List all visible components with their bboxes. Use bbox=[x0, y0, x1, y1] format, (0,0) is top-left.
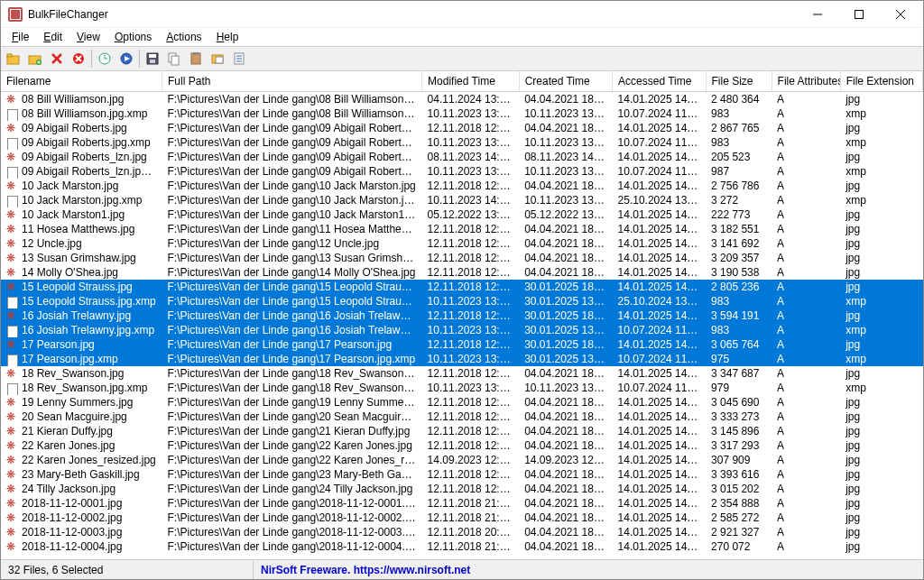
table-row[interactable]: 22 Karen Jones_resized.jpgF:\Pictures\Va… bbox=[1, 453, 923, 467]
remove-icon[interactable] bbox=[48, 50, 66, 68]
paste-icon[interactable] bbox=[187, 50, 205, 68]
table-row[interactable]: 2018-11-12-0004.jpgF:\Pictures\Van der L… bbox=[1, 539, 923, 554]
file-icon bbox=[6, 167, 19, 178]
maximize-button[interactable] bbox=[838, 1, 880, 28]
table-row[interactable]: 2018-11-12-0002.jpgF:\Pictures\Van der L… bbox=[1, 511, 923, 525]
time-icon[interactable] bbox=[96, 50, 114, 68]
cell-attrs: A bbox=[772, 337, 840, 352]
cell-created: 04.04.2021 18:35:51 bbox=[519, 92, 612, 107]
menu-options[interactable]: Options bbox=[107, 29, 159, 45]
table-row[interactable]: 22 Karen Jones.jpgF:\Pictures\Van der Li… bbox=[1, 438, 923, 453]
table-row[interactable]: 19 Lenny Summers.jpgF:\Pictures\Van der … bbox=[1, 395, 923, 410]
cell-ext: jpg bbox=[840, 410, 922, 424]
col-size[interactable]: File Size bbox=[706, 71, 772, 92]
execute-icon[interactable] bbox=[117, 50, 135, 68]
table-row[interactable]: 09 Abigail Roberts_lzn.jpg.xmpF:\Picture… bbox=[1, 164, 923, 179]
cell-accessed: 14.01.2025 14:27:47 bbox=[613, 222, 706, 236]
table-row[interactable]: 09 Abigail Roberts.jpgF:\Pictures\Van de… bbox=[1, 121, 923, 135]
properties-icon[interactable] bbox=[230, 50, 248, 68]
table-row[interactable]: 10 Jack Marston.jpg.xmpF:\Pictures\Van d… bbox=[1, 193, 923, 207]
clear-icon[interactable] bbox=[69, 50, 88, 68]
cell-created: 04.04.2021 18:35:52 bbox=[519, 395, 612, 410]
table-row[interactable]: 09 Abigail Roberts.jpg.xmpF:\Pictures\Va… bbox=[1, 135, 923, 150]
cell-size: 3 272 bbox=[706, 193, 772, 207]
cell-modified: 12.11.2018 12:30:52 bbox=[422, 410, 520, 424]
cell-size: 979 bbox=[706, 381, 772, 395]
table-row[interactable]: 2018-11-12-0003.jpgF:\Pictures\Van der L… bbox=[1, 525, 923, 539]
cell-path: F:\Pictures\Van der Linde gang\10 Jack M… bbox=[162, 207, 422, 222]
file-icon bbox=[6, 124, 19, 134]
file-icon bbox=[6, 95, 19, 106]
table-row[interactable]: 17 Pearson.jpg.xmpF:\Pictures\Van der Li… bbox=[1, 352, 923, 366]
table-row[interactable]: 18 Rev_Swanson.jpg.xmpF:\Pictures\Van de… bbox=[1, 381, 923, 395]
file-icon bbox=[6, 268, 19, 279]
cell-attrs: A bbox=[772, 207, 840, 222]
table-row[interactable]: 15 Leopold Strauss.jpg.xmpF:\Pictures\Va… bbox=[1, 294, 923, 308]
table-row[interactable]: 15 Leopold Strauss.jpgF:\Pictures\Van de… bbox=[1, 280, 923, 294]
col-created[interactable]: Created Time bbox=[519, 71, 612, 92]
table-row[interactable]: 2018-11-12-0001.jpgF:\Pictures\Van der L… bbox=[1, 496, 923, 511]
cell-modified: 12.11.2018 12:31:46 bbox=[422, 438, 520, 453]
cell-path: F:\Pictures\Van der Linde gang\10 Jack M… bbox=[162, 179, 422, 193]
cell-created: 30.01.2025 13:41:04 bbox=[519, 294, 612, 308]
col-accessed[interactable]: Accessed Time bbox=[613, 71, 706, 92]
add-folder-icon[interactable] bbox=[26, 50, 44, 68]
table-row[interactable]: 10 Jack Marston1.jpgF:\Pictures\Van der … bbox=[1, 207, 923, 222]
table-row[interactable]: 13 Susan Grimshaw.jpgF:\Pictures\Van der… bbox=[1, 251, 923, 265]
cell-modified: 10.11.2023 13:41:04 bbox=[422, 323, 520, 337]
cell-modified: 14.09.2023 12:17:03 bbox=[422, 453, 520, 467]
menu-help[interactable]: Help bbox=[209, 29, 246, 45]
cell-filename: 21 Kieran Duffy.jpg bbox=[1, 424, 162, 438]
cell-ext: jpg bbox=[840, 92, 922, 107]
table-row[interactable]: 08 Bill Williamson.jpgF:\Pictures\Van de… bbox=[1, 92, 923, 107]
table-row[interactable]: 23 Mary-Beth Gaskill.jpgF:\Pictures\Van … bbox=[1, 467, 923, 482]
col-attrs[interactable]: File Attributes bbox=[772, 71, 840, 92]
menu-view[interactable]: View bbox=[69, 29, 107, 45]
file-icon bbox=[6, 253, 19, 264]
col-fullpath[interactable]: Full Path bbox=[162, 71, 422, 92]
save-icon[interactable] bbox=[143, 50, 162, 68]
table-row[interactable]: 12 Uncle.jpgF:\Pictures\Van der Linde ga… bbox=[1, 236, 923, 251]
cell-created: 04.04.2021 18:35:52 bbox=[519, 179, 612, 193]
file-icon bbox=[6, 210, 19, 221]
cell-path: F:\Pictures\Van der Linde gang\19 Lenny … bbox=[162, 395, 422, 410]
window-title: BulkFileChanger bbox=[28, 8, 797, 21]
col-filename[interactable]: Filename bbox=[1, 71, 162, 92]
menu-file[interactable]: File bbox=[5, 29, 36, 45]
table-row[interactable]: 08 Bill Williamson.jpg.xmpF:\Pictures\Va… bbox=[1, 106, 923, 121]
cell-size: 3 333 273 bbox=[706, 410, 772, 424]
table-row[interactable]: 18 Rev_Swanson.jpgF:\Pictures\Van der Li… bbox=[1, 366, 923, 381]
table-row[interactable]: 20 Sean Macguire.jpgF:\Pictures\Van der … bbox=[1, 410, 923, 424]
explorer-icon[interactable] bbox=[208, 50, 226, 68]
file-table-wrap[interactable]: Filename Full Path Modified Time Created… bbox=[1, 71, 923, 559]
close-button[interactable] bbox=[880, 1, 921, 28]
cell-size: 3 015 202 bbox=[706, 482, 772, 496]
cell-created: 04.04.2021 18:35:52 bbox=[519, 496, 612, 511]
table-row[interactable]: 14 Molly O'Shea.jpgF:\Pictures\Van der L… bbox=[1, 265, 923, 280]
minimize-button[interactable] bbox=[797, 1, 838, 28]
col-modified[interactable]: Modified Time bbox=[422, 71, 520, 92]
add-files-icon[interactable] bbox=[5, 50, 23, 68]
table-row[interactable]: 10 Jack Marston.jpgF:\Pictures\Van der L… bbox=[1, 179, 923, 193]
cell-modified: 12.11.2018 12:29:00 bbox=[422, 265, 520, 280]
file-icon bbox=[6, 297, 19, 308]
menu-actions[interactable]: Actions bbox=[159, 29, 208, 45]
cell-modified: 12.11.2018 12:28:20 bbox=[422, 251, 520, 265]
table-row[interactable]: 17 Pearson.jpgF:\Pictures\Van der Linde … bbox=[1, 337, 923, 352]
cell-filename: 22 Karen Jones_resized.jpg bbox=[1, 453, 162, 467]
table-row[interactable]: 16 Josiah Trelawny.jpgF:\Pictures\Van de… bbox=[1, 308, 923, 323]
table-row[interactable]: 24 Tilly Jackson.jpgF:\Pictures\Van der … bbox=[1, 482, 923, 496]
cell-created: 30.01.2025 18:35:52 bbox=[519, 308, 612, 323]
col-ext[interactable]: File Extension bbox=[840, 71, 922, 92]
table-row[interactable]: 11 Hosea Matthews.jpgF:\Pictures\Van der… bbox=[1, 222, 923, 236]
table-row[interactable]: 21 Kieran Duffy.jpgF:\Pictures\Van der L… bbox=[1, 424, 923, 438]
cell-accessed: 14.01.2025 14:39:28 bbox=[613, 482, 706, 496]
table-row[interactable]: 09 Abigail Roberts_lzn.jpgF:\Pictures\Va… bbox=[1, 150, 923, 164]
file-icon bbox=[6, 528, 19, 539]
status-credit[interactable]: NirSoft Freeware. https://www.nirsoft.ne… bbox=[254, 564, 470, 576]
cell-accessed: 14.01.2025 14:27:49 bbox=[613, 280, 706, 294]
table-row[interactable]: 16 Josiah Trelawny.jpg.xmpF:\Pictures\Va… bbox=[1, 323, 923, 337]
menu-edit[interactable]: Edit bbox=[36, 29, 69, 45]
cell-accessed: 25.10.2024 13:11:06 bbox=[613, 294, 706, 308]
copy-icon[interactable] bbox=[165, 50, 183, 68]
